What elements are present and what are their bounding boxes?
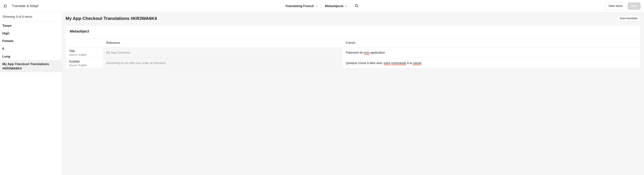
back-icon[interactable] [3, 4, 7, 8]
card-title: Metaobject [66, 26, 640, 38]
language-dropdown-label: Translating French [285, 4, 314, 8]
language-dropdown[interactable]: Translating French [285, 4, 318, 8]
chevron-down-icon [345, 5, 347, 7]
translation-cell[interactable]: Quelque chose à faire avec votre command… [342, 58, 640, 68]
metaobject-card: Metaobject Reference French TitleSource:… [66, 25, 640, 68]
sidebar-item[interactable]: My App Checkout Translations #KR3WA6K4 [0, 60, 62, 72]
resource-dropdown-label: Metaobjects [325, 4, 344, 8]
field-cell: TitleSource: English [66, 48, 103, 58]
resource-dropdown[interactable]: Metaobjects [325, 4, 347, 8]
sidebar-item[interactable]: Long [0, 52, 62, 60]
translation-cell[interactable]: Paiement de mon application [342, 48, 640, 58]
sidebar: Showing 6 of 6 items TaupeHighFemale6Lon… [0, 12, 62, 175]
view-store-button[interactable]: View store [605, 2, 626, 10]
field-name: Subtitle [69, 60, 100, 64]
col-header-field [66, 38, 103, 48]
app-title: Translate & Adapt [12, 4, 38, 8]
field-source: Source: English [69, 53, 100, 56]
save-button: Save [628, 2, 641, 10]
search-icon[interactable] [355, 4, 358, 8]
field-source: Source: English [69, 64, 100, 66]
reference-cell: My App Checkout [103, 48, 342, 58]
reference-cell: Something to do with your order at check… [103, 58, 342, 68]
page-title: My App Checkout Translations #KR3WA6K4 [66, 16, 157, 21]
table-row: TitleSource: EnglishMy App CheckoutPaiem… [66, 48, 640, 58]
auto-translate-button[interactable]: Auto-translate [617, 15, 640, 22]
sidebar-item[interactable]: Taupe [0, 22, 62, 30]
table-row: SubtitleSource: EnglishSomething to do w… [66, 58, 640, 68]
sidebar-count: Showing 6 of 6 items [0, 12, 62, 22]
main-content: My App Checkout Translations #KR3WA6K4 A… [62, 12, 644, 175]
sidebar-item[interactable]: High [0, 30, 62, 37]
chevron-down-icon [315, 5, 318, 7]
field-cell: SubtitleSource: English [66, 58, 103, 68]
sidebar-item[interactable]: 6 [0, 45, 62, 52]
field-name: Title [69, 49, 100, 53]
col-header-target: French [342, 38, 640, 48]
top-bar: Translate & Adapt Translating French Met… [0, 0, 644, 12]
translations-table: Reference French TitleSource: EnglishMy … [66, 38, 640, 68]
sidebar-item[interactable]: Female [0, 37, 62, 45]
svg-line-3 [357, 6, 358, 7]
col-header-reference: Reference [103, 38, 342, 48]
